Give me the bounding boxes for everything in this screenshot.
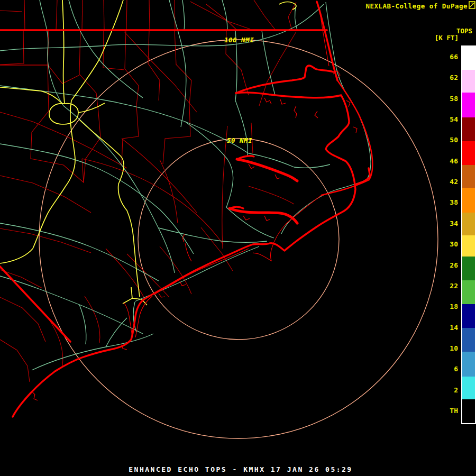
legend-segment — [462, 70, 475, 93]
legend-label: 14 — [450, 324, 458, 332]
product-caption: ENHANCED ECHO TOPS - KMHX 17 JAN 26 05:2… — [0, 465, 476, 473]
legend-segment — [462, 377, 475, 399]
legend-segment — [462, 328, 475, 352]
legend-bar — [461, 45, 476, 424]
legend-label: 30 — [450, 240, 458, 249]
coastline — [13, 2, 372, 417]
interstate-lines-yellow — [0, 0, 296, 305]
legend-label: TH — [450, 407, 458, 415]
range-ring-label-50nmi: 50 NMI — [227, 136, 252, 144]
barrier-island-lines — [32, 16, 357, 400]
highway-lines-green — [0, 0, 371, 370]
legend-segment — [462, 93, 475, 117]
cod-logo-icon — [469, 1, 475, 9]
legend-label: 66 — [450, 53, 458, 61]
range-ring-50nmi — [138, 139, 339, 340]
legend-segment — [462, 399, 475, 422]
legend-label: 26 — [450, 261, 458, 270]
legend-label: 54 — [450, 115, 458, 124]
legend-segment — [462, 280, 475, 304]
legend-label: 42 — [450, 178, 458, 186]
legend-label: 62 — [450, 74, 458, 82]
legend-segment — [462, 47, 475, 70]
state-border-lines — [0, 30, 327, 342]
legend-label: 34 — [450, 219, 458, 228]
legend-title: TOPS — [456, 27, 472, 35]
county-boundary-lines — [0, 0, 296, 382]
legend-segment — [462, 257, 475, 280]
legend-label: 50 — [450, 136, 458, 144]
brand-text: NEXLAB-College of DuPage — [365, 2, 468, 10]
legend-segment — [462, 188, 475, 213]
legend-segment — [462, 117, 475, 141]
legend-label: 58 — [450, 95, 458, 103]
range-ring-label-100nmi: 100 NMI — [224, 36, 254, 44]
legend-units: [K FT] — [435, 34, 459, 42]
legend-segment — [462, 213, 475, 235]
legend-label: 46 — [450, 157, 458, 166]
radar-screen: NEXLAB-College of DuPage TOPS [K FT] 666… — [0, 0, 476, 476]
base-map — [0, 0, 476, 476]
legend-label: 18 — [450, 303, 458, 311]
legend-label: 22 — [450, 282, 458, 290]
legend-segment — [462, 235, 475, 257]
legend-segment — [462, 141, 475, 165]
legend-segment — [462, 304, 475, 328]
legend-segment — [462, 165, 475, 188]
legend-label: 38 — [450, 198, 458, 207]
range-ring-100nmi — [39, 40, 438, 438]
legend-label: 10 — [450, 344, 458, 353]
legend-label: 6 — [454, 365, 458, 373]
legend-segment — [462, 352, 475, 377]
legend-label: 2 — [454, 386, 458, 395]
